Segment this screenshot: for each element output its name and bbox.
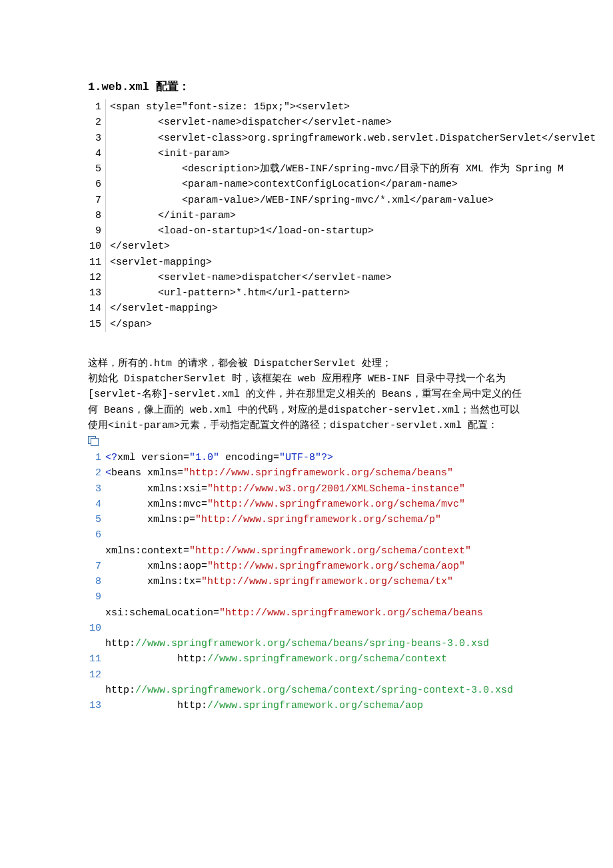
code-line: xmlns:context="http://www.springframewor…	[105, 543, 525, 559]
line-number: 1	[88, 99, 106, 115]
code-line	[105, 589, 525, 605]
code-line: xsi:schemaLocation="http://www.springfra…	[105, 605, 525, 621]
code-line: xmlns:p="http://www.springframework.org/…	[105, 512, 525, 527]
code-line: http://www.springframework.org/schema/co…	[105, 683, 525, 698]
line-number: 3	[88, 131, 106, 146]
code-line: <servlet-mapping>	[106, 255, 596, 270]
line-number: 11	[88, 255, 106, 270]
code-line	[105, 621, 525, 636]
code-line: http://www.springframework.org/schema/co…	[105, 651, 525, 667]
code-line: </init-param>	[106, 208, 596, 223]
code-line: <param-value>/WEB-INF/spring-mvc/*.xml</…	[106, 193, 596, 208]
line-number: 13	[88, 698, 105, 713]
line-number: 7	[88, 559, 105, 574]
line-number: 7	[88, 193, 106, 208]
line-number: 4	[88, 497, 105, 512]
code-line: http://www.springframework.org/schema/be…	[105, 636, 525, 651]
line-number: 11	[88, 651, 105, 667]
code-line: <?xml version="1.0" encoding="UTF-8"?>	[105, 450, 525, 465]
section-heading: 1.web.xml 配置：	[88, 79, 525, 94]
line-number: 12	[88, 270, 106, 285]
code-line	[105, 527, 525, 543]
line-number: 15	[88, 317, 106, 332]
line-number: 14	[88, 301, 106, 316]
code-line: <span style="font-size: 15px;"><servlet>	[106, 99, 596, 115]
line-number: 10	[88, 621, 105, 636]
line-number: 8	[88, 574, 105, 589]
code-line: </servlet>	[106, 239, 596, 254]
line-number: 2	[88, 465, 105, 481]
code-line: http://www.springframework.org/schema/ao…	[105, 698, 525, 713]
code-line: <servlet-class>org.springframework.web.s…	[106, 131, 596, 146]
line-number: 5	[88, 161, 106, 177]
line-number: 10	[88, 239, 106, 254]
code-line: <init-param>	[106, 146, 596, 161]
code-line: <load-on-startup>1</load-on-startup>	[106, 223, 596, 239]
explanation-paragraph: 这样，所有的.htm 的请求，都会被 DispatcherServlet 处理；…	[88, 356, 525, 433]
line-number	[88, 543, 105, 559]
code-line: xmlns:aop="http://www.springframework.or…	[105, 559, 525, 574]
line-number: 2	[88, 115, 106, 130]
line-number	[88, 683, 105, 698]
code-line: <url-pattern>*.htm</url-pattern>	[106, 285, 596, 301]
code-line: <param-name>contextConfigLocation</param…	[106, 177, 596, 192]
code-line: </servlet-mapping>	[106, 301, 596, 316]
line-number	[88, 636, 105, 651]
code-line: xmlns:mvc="http://www.springframework.or…	[105, 497, 525, 512]
line-number: 1	[88, 450, 105, 465]
code-line: </span>	[106, 317, 596, 332]
line-number: 4	[88, 146, 106, 161]
code-line: <servlet-name>dispatcher</servlet-name>	[106, 270, 596, 285]
line-number: 6	[88, 177, 106, 192]
code-line: <description>加载/WEB-INF/spring-mvc/目录下的所…	[106, 161, 596, 177]
code-line	[105, 667, 525, 683]
copy-icon[interactable]	[88, 436, 99, 445]
line-number: 13	[88, 285, 106, 301]
code-line: <servlet-name>dispatcher</servlet-name>	[106, 115, 596, 130]
line-number: 9	[88, 589, 105, 605]
code-line: <beans xmlns="http://www.springframework…	[105, 465, 525, 481]
line-number: 5	[88, 512, 105, 527]
line-number	[88, 605, 105, 621]
line-number: 9	[88, 223, 106, 239]
code-block-dispatcher-xml: 1<?xml version="1.0" encoding="UTF-8"?>2…	[88, 450, 525, 713]
line-number: 3	[88, 481, 105, 497]
code-line: xmlns:tx="http://www.springframework.org…	[105, 574, 525, 589]
line-number: 8	[88, 208, 106, 223]
line-number: 12	[88, 667, 105, 683]
code-block-webxml: 1<span style="font-size: 15px;"><servlet…	[88, 99, 596, 332]
code-line: xmlns:xsi="http://www.w3.org/2001/XMLSch…	[105, 481, 525, 497]
line-number: 6	[88, 527, 105, 543]
